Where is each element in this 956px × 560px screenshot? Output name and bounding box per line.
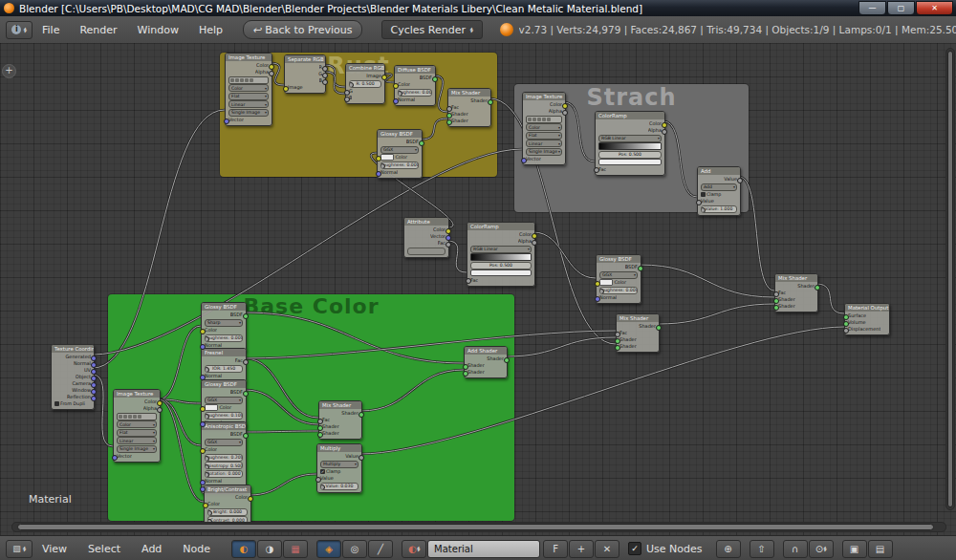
input-socket-color[interactable] (200, 448, 206, 454)
input-socket-shader[interactable] (615, 345, 620, 351)
input-socket-fac[interactable] (317, 419, 323, 424)
node-editor[interactable]: + Material RustStrachBase ColorImage Tex… (0, 43, 956, 535)
node-diffuse-bsdf-rust[interactable]: Diffuse BSDFBSDFColorRoughness: 0.000Nor… (394, 65, 436, 106)
row-ggx[interactable]: GGX▾ (205, 397, 243, 404)
row-white[interactable] (470, 269, 532, 276)
menu-node[interactable]: Node (183, 543, 210, 555)
linestyle-shader-slot-icon[interactable]: ╱ (368, 540, 393, 558)
input-socket-color[interactable] (376, 156, 381, 162)
input-socket-fac[interactable] (773, 291, 779, 297)
row-anisotropy-0-500[interactable]: Anisotropy: 0.500 (205, 462, 243, 469)
output-socket-shader[interactable] (504, 357, 510, 363)
output-socket-bsdf[interactable] (243, 391, 249, 397)
input-socket-bright-0-000[interactable] (207, 510, 212, 516)
node-glossy-bsdf-rust[interactable]: Glossy BSDFBSDFGGX▾ColorRoughness: 0.000… (377, 129, 423, 179)
row-sharp[interactable]: Sharp▾ (205, 319, 243, 327)
input-socket-b[interactable] (344, 97, 350, 102)
node-link[interactable] (159, 326, 201, 399)
input-socket-color[interactable] (203, 503, 208, 508)
output-socket-value[interactable] (737, 178, 743, 183)
row-single-image[interactable]: Single Image▾ (526, 148, 562, 156)
output-socket-value[interactable] (358, 455, 364, 461)
restore-button[interactable]: ▢ (887, 1, 915, 15)
output-socket-bsdf[interactable] (419, 140, 424, 146)
image-browse-widget[interactable] (526, 116, 562, 123)
output-socket-shader[interactable] (815, 285, 820, 291)
input-socket-value-0-030[interactable] (320, 485, 325, 490)
compositing-nodes-icon[interactable]: ◑ (257, 540, 282, 558)
node-link[interactable] (360, 327, 844, 454)
input-socket-color[interactable] (595, 281, 600, 287)
add-material-button plus-icon[interactable]: + (569, 540, 594, 558)
input-socket-r-0-500[interactable] (349, 82, 354, 88)
input-socket-anisotropy-0-500[interactable] (205, 464, 209, 470)
input-socket-value[interactable] (315, 477, 321, 483)
input-socket-normal[interactable] (200, 344, 206, 350)
input-socket-fac[interactable] (615, 332, 620, 337)
input-socket-vector[interactable] (112, 455, 118, 461)
node-attribute[interactable]: AttributeColorVectorFac (403, 217, 449, 258)
checkbox-icon[interactable] (701, 192, 706, 197)
node-colorramp-mid[interactable]: ColorRampColorAlphaRGB Linear▾Pos: 0.500… (467, 222, 535, 287)
output-socket-camera[interactable] (91, 382, 97, 388)
go-to-parent-tree-icon[interactable]: ⇧ (750, 540, 774, 558)
input-socket-ior-1-450[interactable] (205, 367, 209, 373)
input-socket-tangent[interactable] (200, 486, 206, 492)
vertical-scrollbar[interactable] (945, 48, 955, 510)
row-ior-1-450[interactable]: IOR: 1.450 (205, 365, 243, 373)
input-socket-normal[interactable] (200, 375, 206, 380)
editor-type-selector[interactable]: i ▲▼ (6, 21, 33, 39)
output-socket-b[interactable] (322, 79, 328, 85)
input-socket-image[interactable] (283, 86, 289, 92)
output-socket-bsdf[interactable] (243, 433, 249, 439)
minimize-button[interactable]: — (858, 1, 886, 15)
node-mix-shader-base[interactable]: Mix ShaderShaderFacShaderShader (318, 400, 362, 440)
node-material-output[interactable]: Material OutputSurfaceVolumeDisplacement (844, 303, 890, 335)
row-multiply[interactable]: Multiply▾ (320, 461, 358, 468)
vertical-scrollbar-thumb[interactable] (947, 51, 953, 507)
row-from-dupli[interactable]: From Dupli (52, 400, 94, 407)
input-socket-roughness-0-100[interactable] (205, 414, 209, 420)
world-shader-slot-icon[interactable]: ◎ (342, 540, 367, 558)
output-socket-fac[interactable] (243, 359, 249, 365)
menu-view[interactable]: View (42, 543, 67, 555)
node-link[interactable] (658, 304, 774, 324)
row-roughness-0-000[interactable]: Roughness: 0.000 (205, 334, 243, 342)
output-socket-window[interactable] (91, 389, 97, 395)
horizontal-scrollbar-thumb[interactable] (17, 524, 934, 530)
input-socket-roughness-0-000[interactable] (599, 289, 604, 294)
output-socket-alpha[interactable] (269, 71, 274, 76)
row-linear[interactable]: Linear▾ (117, 437, 157, 444)
node-image-texture-rust[interactable]: Image TextureColorAlphaColor▾Flat▾Linear… (225, 53, 272, 126)
input-socket-normal[interactable] (595, 296, 600, 302)
node-link[interactable] (245, 312, 464, 363)
node-link[interactable] (421, 118, 447, 140)
node-anisotropic-bsdf[interactable]: Anisotropic BSDFBSDFGGX▾ColorRoughness: … (201, 421, 247, 494)
output-socket-image[interactable] (381, 75, 387, 80)
pin-icon[interactable]: ⊕ (716, 540, 741, 558)
row-ggx[interactable]: GGX▾ (205, 439, 243, 446)
input-socket-fac[interactable] (594, 167, 599, 173)
color-swatch[interactable] (380, 154, 394, 161)
output-socket-vector[interactable] (445, 235, 451, 241)
row-white[interactable] (598, 159, 662, 165)
row-pos-0-500[interactable]: Pos: 0.500 (470, 262, 532, 269)
render-engine-dropdown[interactable]: Cycles Render ▲▼ (381, 20, 483, 39)
input-socket-shader[interactable] (317, 432, 323, 438)
menu-file[interactable]: File (42, 24, 59, 36)
output-socket-fac[interactable] (445, 242, 451, 248)
menu-select[interactable]: Select (88, 543, 120, 555)
row-color[interactable]: Color▾ (526, 123, 562, 131)
node-link[interactable] (245, 390, 318, 424)
output-socket-g[interactable] (322, 73, 328, 78)
row-bright-0-000[interactable]: Bright: 0.000 (207, 508, 248, 516)
output-socket-color[interactable] (445, 228, 451, 234)
output-socket-color[interactable] (248, 496, 253, 502)
image-browse-widget[interactable] (117, 413, 157, 420)
node-link[interactable] (245, 331, 616, 358)
node-link[interactable] (360, 370, 464, 411)
node-link[interactable] (816, 284, 844, 313)
snap-target-icon[interactable]: ⊙ ▲▼ (809, 540, 834, 558)
input-socket-roughness-0-200[interactable] (205, 456, 209, 462)
row-roughness-0-000[interactable]: Roughness: 0.000 (599, 287, 638, 294)
